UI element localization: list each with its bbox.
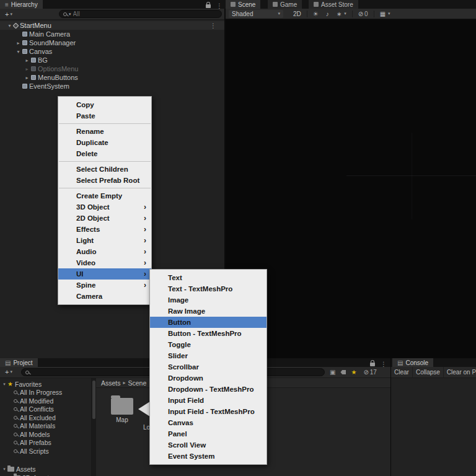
submenu-item-canvas[interactable]: Canvas	[150, 417, 267, 428]
favorite-all-excluded[interactable]: All Excluded	[0, 413, 91, 422]
submenu-item-panel[interactable]: Panel	[150, 428, 267, 439]
submenu-item-scrollbar[interactable]: Scrollbar	[150, 361, 267, 372]
submenu-item-input-field[interactable]: Input Field	[150, 395, 267, 406]
menu-item-3d-object[interactable]: 3D Object›	[58, 201, 151, 213]
menu-item-2d-object[interactable]: 2D Object›	[58, 213, 151, 224]
foldout-open-icon[interactable]: ▾	[1, 467, 7, 472]
favorite-star-icon[interactable]: ★	[351, 369, 356, 376]
project-lock-icon[interactable]	[370, 363, 375, 366]
favorite-all-prefabs[interactable]: All Prefabs	[0, 439, 91, 447]
project-hidden-count[interactable]: ⊘ 17	[363, 369, 377, 376]
menu-item-ui[interactable]: UI›	[58, 268, 151, 280]
2d-toggle-button[interactable]: 2D	[289, 9, 305, 19]
foldout-open-icon[interactable]: ▾	[1, 382, 7, 387]
foldout-closed-icon[interactable]: ▸	[24, 75, 30, 81]
submenu-item-text[interactable]: Text	[150, 272, 267, 283]
hierarchy-lock-icon[interactable]	[206, 4, 211, 8]
hierarchy-search-field[interactable]: ▾	[59, 10, 222, 18]
favorite-all-in-progress[interactable]: All In Progress	[0, 389, 91, 397]
menu-item-label: Audio	[76, 248, 97, 255]
hierarchy-toolbar: + ▾ ▾	[0, 9, 224, 20]
tree-row-canvas[interactable]: ▾ Canvas	[0, 47, 224, 56]
tree-row-optionsmenu[interactable]: ▸ OptionsMenu	[0, 64, 224, 73]
tree-row-main-camera[interactable]: Main Camera	[0, 30, 224, 38]
tree-row-soundmanager[interactable]: ▸ SoundManager	[0, 38, 224, 47]
scene-audio-button[interactable]: ♪	[322, 9, 333, 19]
folder-2d-assets[interactable]: ▸ 2D-Assets	[0, 474, 91, 476]
breadcrumb-current[interactable]: Scene	[128, 379, 147, 387]
search-by-label-icon[interactable]	[340, 370, 346, 374]
foldout-closed-icon[interactable]: ▸	[15, 40, 22, 46]
favorites-header[interactable]: ▾ ★ Favorites	[0, 380, 91, 389]
scene-kebab-icon[interactable]: ⋮	[210, 22, 216, 29]
tree-row-startmenu[interactable]: ▾ StartMenu ⋮	[0, 21, 224, 30]
tab-asset-store[interactable]: Asset Store	[309, 0, 358, 9]
assets-header-label: Assets	[16, 465, 36, 473]
search-by-type-icon[interactable]: ▣	[330, 369, 335, 376]
submenu-item-image[interactable]: Image	[150, 294, 267, 306]
scene-lighting-button[interactable]: ☀	[309, 9, 322, 19]
hierarchy-search-input[interactable]	[73, 11, 218, 17]
menu-item-copy[interactable]: Copy	[58, 99, 151, 110]
project-create-button[interactable]: + ▾	[2, 368, 15, 376]
menu-item-select-children[interactable]: Select Children	[58, 164, 151, 175]
menu-item-paste[interactable]: Paste	[58, 110, 151, 121]
menu-item-spine[interactable]: Spine›	[58, 280, 151, 291]
favorite-all-materials[interactable]: All Materials	[0, 422, 91, 431]
tree-row-bg[interactable]: ▸ BG	[0, 56, 224, 64]
scrollbar-thumb[interactable]	[92, 381, 95, 419]
menu-item-video[interactable]: Video›	[58, 257, 151, 268]
submenu-item-dropdown-textmeshpro[interactable]: Dropdown - TextMeshPro	[150, 384, 267, 395]
assets-folder-header[interactable]: ▾ Assets	[0, 465, 91, 474]
submenu-item-raw-image[interactable]: Raw Image	[150, 306, 267, 317]
folder-tree-scrollbar[interactable]	[92, 378, 96, 476]
menu-item-delete[interactable]: Delete	[58, 148, 151, 159]
tab-console[interactable]: ▤ Console	[392, 358, 433, 367]
favorite-all-modified[interactable]: All Modified	[0, 397, 91, 405]
console-clear-button[interactable]: Clear	[391, 367, 413, 378]
favorite-all-conflicts[interactable]: All Conflicts	[0, 405, 91, 414]
menu-item-effects[interactable]: Effects›	[58, 224, 151, 235]
menu-item-label: Input Field	[168, 397, 204, 404]
favorite-all-models[interactable]: All Models	[0, 430, 91, 439]
menu-item-audio[interactable]: Audio›	[58, 246, 151, 257]
favorite-all-scripts[interactable]: All Scripts	[0, 447, 91, 456]
submenu-item-toggle[interactable]: Toggle	[150, 339, 267, 350]
menu-item-label: Select Children	[76, 165, 128, 173]
submenu-item-input-field-textmeshpro[interactable]: Input Field - TextMeshPro	[150, 406, 267, 417]
submenu-item-text-textmeshpro[interactable]: Text - TextMeshPro	[150, 283, 267, 294]
foldout-open-icon[interactable]: ▾	[15, 49, 22, 55]
scene-effects-dropdown[interactable]: ∗ ▾	[333, 9, 350, 19]
tab-scene[interactable]: Scene	[226, 0, 260, 9]
shading-mode-dropdown[interactable]: Shaded ▾	[229, 10, 283, 18]
asset-folder-map[interactable]: Map	[107, 398, 137, 423]
foldout-closed-icon[interactable]: ▸	[24, 66, 30, 72]
submenu-item-scroll-view[interactable]: Scroll View	[150, 439, 267, 451]
submenu-item-button-textmeshpro[interactable]: Button - TextMeshPro	[150, 328, 267, 339]
submenu-item-slider[interactable]: Slider	[150, 350, 267, 361]
menu-item-create-empty[interactable]: Create Empty	[58, 190, 151, 201]
menu-item-select-prefab-root[interactable]: Select Prefab Root	[58, 175, 151, 186]
console-log-area[interactable]	[391, 378, 476, 476]
submenu-item-event-system[interactable]: Event System	[150, 451, 267, 462]
scene-grid-dropdown[interactable]: ▦ ▾	[376, 9, 394, 19]
console-collapse-button[interactable]: Collapse	[413, 367, 444, 378]
tab-hierarchy[interactable]: ≡ Hierarchy	[0, 0, 43, 9]
tree-row-eventsystem[interactable]: EventSystem	[0, 82, 224, 90]
menu-item-light[interactable]: Light›	[58, 235, 151, 246]
submenu-item-button[interactable]: Button	[150, 317, 267, 328]
foldout-open-icon[interactable]: ▾	[6, 23, 13, 29]
search-filter-caret-icon[interactable]: ▾	[69, 12, 71, 17]
scene-visibility-button[interactable]: ⊘ 0	[355, 9, 372, 19]
breadcrumb-root[interactable]: Assets	[101, 379, 121, 387]
tab-project[interactable]: ▤ Project	[0, 358, 38, 367]
tab-game[interactable]: Game	[268, 0, 302, 9]
hierarchy-create-button[interactable]: + ▾	[2, 11, 15, 18]
menu-item-rename[interactable]: Rename	[58, 126, 151, 137]
foldout-closed-icon[interactable]: ▸	[24, 58, 30, 63]
tree-row-menubuttons[interactable]: ▸ MenuButtons	[0, 73, 224, 82]
menu-item-camera[interactable]: Camera	[58, 291, 151, 302]
submenu-item-dropdown[interactable]: Dropdown	[150, 372, 267, 384]
console-clear-on-play-button[interactable]: Clear on P	[444, 367, 476, 378]
menu-item-duplicate[interactable]: Duplicate	[58, 137, 151, 148]
